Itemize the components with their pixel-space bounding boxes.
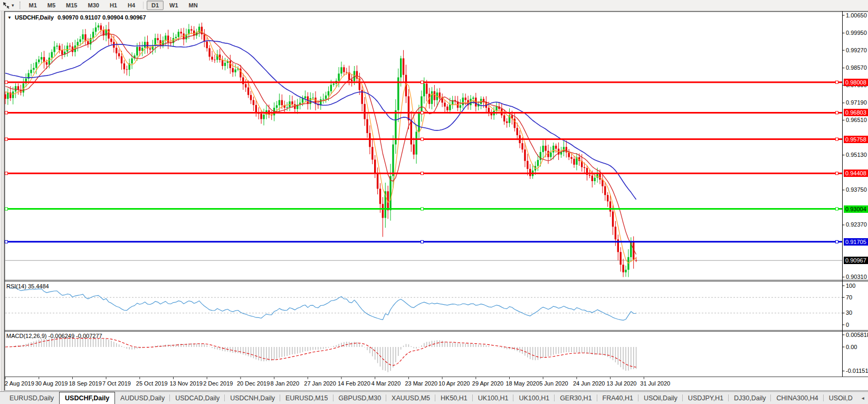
chart-tab-usdchf-daily[interactable]: USDCHF,Daily	[59, 392, 115, 404]
chart-tab-uk100-h1[interactable]: UK100,H1	[513, 392, 555, 404]
hline-price-badge: 0.95758	[844, 136, 868, 143]
date-axis-label: 18 May 2020	[506, 380, 540, 387]
date-axis-label: 5 Jun 2020	[539, 380, 568, 387]
price-axis-tick-label: 1.00650	[846, 12, 867, 18]
window-left-gutter	[0, 11, 4, 404]
chart-tab-hk50-h1[interactable]: HK50,H1	[435, 392, 473, 404]
date-axis-label: 13 Jul 2020	[607, 380, 637, 387]
date-axis-label: 18 Sep 2019	[69, 380, 101, 387]
timeframe-button-m15[interactable]: M15	[61, 1, 82, 10]
hline-drag-handle[interactable]	[421, 240, 424, 243]
date-axis-label: 10 Apr 2020	[438, 380, 470, 387]
date-axis-label: 31 Jul 2020	[640, 380, 670, 387]
chart-tab-eurusd-m15[interactable]: EURUSD,M15	[280, 392, 333, 404]
axis-tick-marks	[5, 15, 845, 379]
timeframe-button-m1[interactable]: M1	[24, 1, 42, 10]
tab-scroll-left-icon[interactable]: ◂	[858, 392, 868, 404]
hline-price-badge: 0.93004	[844, 205, 868, 213]
date-axis-label: 7 Oct 2019	[102, 380, 131, 387]
hline-drag-handle[interactable]	[836, 172, 838, 175]
chart-title-ohlc: 0.90970 0.91107 0.90904 0.90967	[58, 14, 146, 21]
hline-drag-handle[interactable]	[5, 81, 8, 83]
hline-drag-handle[interactable]	[421, 81, 424, 83]
ma-slow-line	[5, 41, 636, 200]
hline-drag-handle[interactable]	[5, 111, 8, 114]
chart-canvas[interactable]	[0, 0, 868, 404]
chart-tab-dj30-daily[interactable]: DJ30,Daily	[729, 392, 771, 404]
price-axis-tick-label: 0.99950	[846, 30, 867, 36]
date-axis-label: 13 Nov 2019	[170, 380, 203, 387]
chart-tab-usdcad-daily[interactable]: USDCAD,Daily	[170, 392, 225, 404]
date-axis-label: 2 Dec 2019	[203, 380, 233, 387]
hline-drag-handle[interactable]	[421, 138, 424, 140]
macd-axis-tick-label: 0.00	[846, 344, 857, 350]
chart-tab-audusd-daily[interactable]: AUDUSD,Daily	[115, 392, 170, 404]
chart-title: ▼USDCHF,Daily0.90970 0.91107 0.90904 0.9…	[7, 14, 146, 21]
candlestick-series	[4, 22, 637, 277]
horizontal-level-lines[interactable]	[5, 81, 843, 243]
timeframe-button-w1[interactable]: W1	[165, 1, 183, 10]
hline-drag-handle[interactable]	[5, 208, 8, 210]
macd-indicator-label: MACD(12,26,9) -0.006249 -0.007277	[6, 333, 102, 339]
chart-tab-gbpusd-m30[interactable]: GBPUSD,M30	[333, 392, 387, 404]
rsi-axis-tick-label: 100	[846, 283, 855, 289]
timeframe-button-m5[interactable]: M5	[43, 1, 60, 10]
date-axis-label: 12 Aug 2019	[2, 380, 34, 387]
hline-drag-handle[interactable]	[836, 138, 838, 140]
hline-drag-handle[interactable]	[421, 111, 424, 114]
hline-drag-handle[interactable]	[421, 208, 424, 210]
timeframe-button-m30[interactable]: M30	[83, 1, 104, 10]
timeframe-button-h4[interactable]: H4	[123, 1, 140, 10]
hline-drag-handle[interactable]	[5, 172, 8, 175]
hline-price-badge: 0.91705	[844, 238, 868, 246]
timeframe-button-d1[interactable]: D1	[147, 1, 164, 10]
hline-price-badge: 0.94408	[844, 170, 868, 177]
ma-mid-line	[5, 33, 636, 255]
hline-drag-handle[interactable]	[5, 138, 8, 140]
date-axis-label: 29 Apr 2020	[472, 380, 503, 387]
chart-tab-xauusd-m5[interactable]: XAUUSD,M5	[386, 392, 435, 404]
toolbar-grip	[20, 2, 21, 9]
date-axis-label: 14 Feb 2020	[338, 380, 370, 387]
chart-tab-usdcnh-daily[interactable]: USDCNH,Daily	[225, 392, 280, 404]
chart-tab-china300-h4[interactable]: CHINA300,H4	[771, 392, 823, 404]
chart-tab-usoil-daily[interactable]: USOil,Daily	[638, 392, 683, 404]
chart-tab-usoil-d[interactable]: USOil,D	[824, 392, 858, 404]
chart-collapse-caret[interactable]: ▼	[7, 15, 12, 20]
timeframe-button-h1[interactable]: H1	[105, 1, 122, 10]
macd-axis-tick-label: 0.005818	[846, 332, 868, 338]
hline-drag-handle[interactable]	[836, 240, 838, 243]
price-axis-tick-label: 0.95130	[846, 152, 867, 158]
price-axis-tick-label: 0.90310	[846, 274, 867, 280]
chart-tab-fra40-h1[interactable]: FRA40,H1	[597, 392, 638, 404]
price-axis-tick-label: 0.99270	[846, 47, 867, 53]
chart-tab-eurusd-daily[interactable]: EURUSD,Daily	[4, 392, 59, 404]
timeframe-button-mn[interactable]: MN	[184, 1, 203, 10]
macd-histogram	[5, 337, 636, 372]
chart-tools-dropdown-caret[interactable]: ▾	[12, 3, 14, 8]
rsi-indicator-label: RSI(14) 35.4484	[6, 283, 49, 289]
hline-drag-handle[interactable]	[836, 111, 838, 114]
chart-tab-bar: EURUSD,DailyUSDCHF,DailyAUDUSD,DailyUSDC…	[0, 391, 868, 404]
chart-tools-icon[interactable]	[2, 1, 11, 10]
date-axis-label: 4 Mar 2020	[371, 380, 401, 387]
date-axis-label: 27 Jan 2020	[304, 380, 336, 387]
chart-tab-uk100-h1[interactable]: UK100,H1	[473, 392, 514, 404]
hline-drag-handle[interactable]	[836, 208, 838, 210]
chart-tab-ger30-h1[interactable]: GER30,H1	[555, 392, 597, 404]
rsi-axis-tick-label: 0	[846, 322, 849, 328]
hline-price-badge: 0.96803	[844, 109, 868, 116]
date-axis-label: 24 Jun 2020	[573, 380, 605, 387]
hline-drag-handle[interactable]	[836, 81, 838, 83]
price-axis-tick-label: 0.98570	[846, 64, 867, 71]
rsi-line	[8, 286, 636, 320]
ma-fast-line	[5, 30, 636, 263]
current-price-badge: 0.90967	[844, 257, 868, 264]
price-axis-tick-label: 0.96510	[846, 117, 867, 123]
hline-drag-handle[interactable]	[421, 172, 424, 175]
hline-drag-handle[interactable]	[5, 240, 8, 243]
chart-tab-usdjpy-h1[interactable]: USDJPY,H1	[683, 392, 729, 404]
hline-price-badge: 0.98008	[844, 79, 868, 86]
price-axis-tick-label: 0.97190	[846, 99, 867, 106]
timeframe-toolbar: ▾ M1M5M15M30H1H4D1W1MN	[0, 0, 868, 11]
